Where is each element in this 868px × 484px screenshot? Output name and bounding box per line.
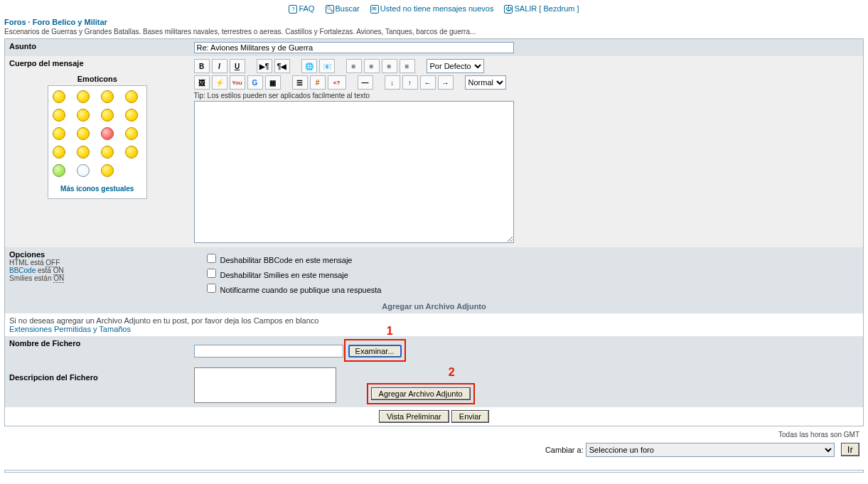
emoticon-razz[interactable] bbox=[77, 127, 90, 140]
submit-button[interactable]: Enviar bbox=[451, 410, 489, 423]
emoticon-lol[interactable] bbox=[125, 109, 138, 122]
editor-tip: Tip: Los estilos pueden ser aplicados fa… bbox=[194, 92, 859, 100]
disable-smilies-option[interactable]: Deshabilitar Smilies en este mensaje bbox=[204, 271, 348, 279]
breadcrumb-foros[interactable]: Foros bbox=[4, 18, 26, 26]
file-name-label: Nombre de Fichero bbox=[5, 336, 190, 365]
browse-button[interactable]: Examinar... bbox=[348, 345, 402, 357]
preview-button[interactable]: Vista Preliminar bbox=[379, 410, 449, 423]
disable-smilies-checkbox[interactable] bbox=[207, 269, 216, 278]
emoticon-evil[interactable] bbox=[53, 146, 65, 158]
emoticon-wink[interactable] bbox=[125, 146, 138, 158]
forum-description: Escenarios de Guerras y Grandes Batallas… bbox=[4, 28, 864, 38]
hr-button[interactable]: — bbox=[358, 75, 373, 90]
emoticon-whistle[interactable] bbox=[101, 164, 114, 177]
anchor-button[interactable]: # bbox=[310, 75, 326, 90]
add-attachment-button[interactable]: Agregar Archivo Adjunto bbox=[371, 387, 471, 400]
arrow-left-button[interactable]: ← bbox=[420, 75, 436, 90]
nav-logout[interactable]: ⏻SALIR [ Bezdrum ] bbox=[504, 4, 579, 13]
disable-bbcode-option[interactable]: Deshabilitar BBCode en este mensaje bbox=[204, 256, 353, 264]
breadcrumb: Foros · Foro Belico y Militar bbox=[4, 16, 864, 28]
align-left-button[interactable]: ≡ bbox=[346, 59, 362, 73]
youtube-button[interactable]: You bbox=[230, 75, 245, 90]
question-icon: ? bbox=[289, 5, 297, 14]
breadcrumb-forum[interactable]: Foro Belico y Militar bbox=[33, 18, 107, 26]
emoticons-panel: Más iconos gestuales bbox=[48, 85, 147, 199]
bold-button[interactable]: B bbox=[194, 59, 210, 73]
bbcode-status: BBCode está ON bbox=[9, 267, 186, 274]
email-button[interactable]: 📧 bbox=[319, 59, 335, 73]
emoticon-smile[interactable] bbox=[53, 90, 65, 103]
notify-reply-checkbox[interactable] bbox=[207, 284, 216, 293]
font-size-select[interactable]: Normal bbox=[465, 75, 506, 90]
attachment-help-text: Si no deseas agregar un Archivo Adjunto … bbox=[9, 316, 318, 325]
align-right-button[interactable]: ≡ bbox=[382, 59, 397, 73]
editor-toolbar-row1: B I U ▶¶ ¶◀ 🌐 📧 ≡ ≡ ≡ ≡ Por Defecto bbox=[194, 59, 859, 73]
stream-button[interactable]: ▦ bbox=[265, 75, 281, 90]
top-nav: ?FAQ 🔍Buscar ✉Usted no tiene mensajes nu… bbox=[4, 1, 864, 16]
nav-messages[interactable]: ✉Usted no tiene mensajes nuevos bbox=[370, 4, 494, 13]
file-description-label: Descripcion del Fichero bbox=[5, 365, 190, 407]
annotation-1: 1 bbox=[387, 325, 393, 338]
message-body-textarea[interactable] bbox=[194, 101, 514, 243]
mail-icon: ✉ bbox=[370, 5, 379, 14]
align-center-button[interactable]: ≡ bbox=[364, 59, 380, 73]
jump-label: Cambiar a: bbox=[545, 446, 584, 454]
rtl-button[interactable]: ¶◀ bbox=[274, 59, 290, 73]
subject-input[interactable] bbox=[194, 42, 514, 53]
emoticons-title: Emoticons bbox=[9, 75, 186, 83]
bbcode-link[interactable]: BBCode bbox=[9, 267, 36, 274]
bottom-divider bbox=[4, 470, 864, 473]
opciones-label: Opciones bbox=[9, 250, 186, 259]
arrow-down-button[interactable]: ↓ bbox=[385, 75, 400, 90]
emoticon-surprised[interactable] bbox=[125, 90, 138, 103]
arrow-right-button[interactable]: → bbox=[438, 75, 454, 90]
emoticon-alien[interactable] bbox=[53, 164, 65, 177]
emoticon-confused[interactable] bbox=[77, 109, 90, 122]
annotation-2: 2 bbox=[449, 366, 455, 379]
forum-jump-select[interactable]: Seleccione un foro bbox=[586, 443, 835, 457]
cuerpo-label: Cuerpo del mensaje bbox=[9, 59, 186, 68]
timezone-note: Todas las horas son GMT bbox=[4, 426, 864, 441]
smilies-status: Smilies están ON bbox=[9, 274, 186, 282]
image-button[interactable]: 🖼 bbox=[194, 75, 210, 90]
emoticon-eyes[interactable] bbox=[77, 164, 90, 177]
search-icon: 🔍 bbox=[326, 5, 334, 14]
disable-bbcode-checkbox[interactable] bbox=[207, 254, 216, 263]
emoticon-biggrin[interactable] bbox=[101, 90, 114, 103]
emoticon-sad[interactable] bbox=[77, 90, 90, 103]
editor-toolbar-row2: 🖼 ⚡ You G ▦ ☰ # <? — ↓ ↑ ← → Normal bbox=[194, 75, 859, 90]
attachment-section-title: Agregar un Archivo Adjunto bbox=[5, 299, 864, 313]
align-justify-button[interactable]: ≡ bbox=[400, 59, 415, 73]
file-name-input[interactable] bbox=[194, 345, 343, 357]
link-button[interactable]: 🌐 bbox=[301, 59, 317, 73]
logout-icon: ⏻ bbox=[504, 5, 513, 14]
post-form-table: Asunto Cuerpo del mensaje Emoticons bbox=[4, 38, 864, 426]
forum-jump: Cambiar a: Seleccione un foro Ir bbox=[4, 441, 864, 464]
emoticon-twisted[interactable] bbox=[77, 146, 90, 158]
asunto-label: Asunto bbox=[5, 39, 190, 57]
nav-buscar[interactable]: 🔍Buscar bbox=[326, 4, 360, 13]
notify-reply-option[interactable]: Notificarme cuando se publique una respu… bbox=[204, 286, 382, 294]
emoticon-rolleyes[interactable] bbox=[101, 146, 114, 158]
font-color-select[interactable]: Por Defecto bbox=[427, 59, 484, 73]
flash-button[interactable]: ⚡ bbox=[212, 75, 227, 90]
ltr-button[interactable]: ▶¶ bbox=[257, 59, 272, 73]
emoticon-redface[interactable] bbox=[101, 127, 114, 140]
nav-faq[interactable]: ?FAQ bbox=[289, 4, 314, 13]
list-button[interactable]: ☰ bbox=[292, 75, 308, 90]
emoticon-cool[interactable] bbox=[101, 109, 114, 122]
arrow-up-button[interactable]: ↑ bbox=[402, 75, 418, 90]
php-button[interactable]: <? bbox=[328, 75, 346, 90]
forum-jump-go-button[interactable]: Ir bbox=[841, 443, 859, 456]
html-status: HTML está OFF bbox=[9, 259, 186, 267]
file-description-input[interactable] bbox=[194, 367, 336, 403]
emoticon-eek[interactable] bbox=[53, 109, 65, 122]
italic-button[interactable]: I bbox=[212, 59, 227, 73]
more-emoticons-link[interactable]: Más iconos gestuales bbox=[60, 185, 134, 193]
google-button[interactable]: G bbox=[247, 75, 263, 90]
allowed-extensions-link[interactable]: Extensiones Permitidas y Tamaños bbox=[9, 325, 131, 333]
emoticon-cry[interactable] bbox=[125, 127, 138, 140]
underline-button[interactable]: U bbox=[230, 59, 245, 73]
emoticon-mad[interactable] bbox=[53, 127, 65, 140]
